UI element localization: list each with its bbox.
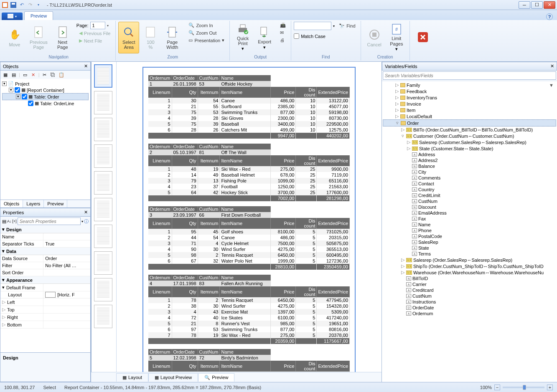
var-node[interactable]: NDiscount: [383, 204, 556, 210]
var-node[interactable]: ACountry: [383, 187, 556, 192]
tb-icon[interactable]: ▤: [2, 219, 6, 224]
var-node[interactable]: AComments: [383, 175, 556, 181]
vars-close-icon[interactable]: ✕: [550, 63, 554, 69]
cat-design[interactable]: Design: [6, 227, 22, 232]
thumbnail[interactable]: [94, 305, 112, 328]
var-node[interactable]: ATerms: [383, 251, 556, 257]
cancel-button[interactable]: Cancel: [364, 22, 385, 53]
var-node[interactable]: ACarrier: [383, 281, 556, 287]
delete-icon[interactable]: ✕: [30, 71, 37, 78]
page-width-button[interactable]: Page Width: [162, 22, 183, 53]
move-button[interactable]: ✋Move: [4, 22, 25, 53]
var-node[interactable]: NCreditLimit: [383, 192, 556, 198]
prop-row[interactable]: Name: [0, 233, 90, 240]
var-node[interactable]: AName: [383, 222, 556, 228]
zoom-slider[interactable]: [503, 387, 544, 388]
prop-row[interactable]: FilterNo Filter (All …: [0, 262, 90, 269]
var-node[interactable]: ▷1:1State (Customer.State↔State.State): [383, 145, 556, 152]
select-area-button[interactable]: Select Area: [118, 22, 139, 53]
var-node[interactable]: ACustNum: [383, 293, 556, 299]
vars-search-input[interactable]: [383, 71, 556, 80]
zoom-out-button[interactable]: 🔍Zoom Out: [186, 29, 227, 36]
find-input[interactable]: [294, 22, 331, 30]
export-button[interactable]: Export ▾: [254, 22, 275, 53]
zoom-in-button[interactable]: 🔍Zoom In: [186, 22, 227, 29]
var-node[interactable]: ▷1:1Warehouse (Order.WarehouseNum↔Wareho…: [383, 269, 556, 276]
help-icon[interactable]: ?: [546, 13, 553, 20]
prop-row[interactable]: ▷ Top: [0, 306, 90, 314]
var-node[interactable]: AAddress: [383, 152, 556, 157]
var-node[interactable]: ▷1:1ShipTo (Order.CustNum_ShipToID↔ShipT…: [383, 263, 556, 269]
fax-button[interactable]: 📠: [277, 22, 288, 29]
var-node[interactable]: AOrdernum: [383, 311, 556, 316]
email-button[interactable]: ✉: [277, 29, 288, 36]
var-node[interactable]: ACustNum: [383, 198, 556, 204]
thumbnail[interactable]: [94, 64, 112, 88]
var-node[interactable]: ACreditcard: [383, 287, 556, 293]
tree-node-project[interactable]: ▾📄Project: [2, 81, 89, 87]
prev-page-button[interactable]: Previous Page: [26, 22, 51, 53]
tab-preview[interactable]: Preview: [24, 11, 53, 20]
thumbnail[interactable]: [94, 144, 112, 168]
thumbnail[interactable]: [94, 278, 112, 301]
thumbnail[interactable]: [94, 91, 112, 114]
tb-icon[interactable]: [+]: [13, 219, 17, 223]
var-node[interactable]: AFax: [383, 216, 556, 222]
var-node[interactable]: AContact: [383, 181, 556, 187]
var-node[interactable]: ▷Invoice: [383, 101, 556, 107]
var-node[interactable]: ▷InventoryTrans: [383, 94, 556, 101]
var-node[interactable]: NBillToID: [383, 276, 556, 281]
var-node[interactable]: ▷1:1BillTo (Order.CustNum_BillToID↔BillT…: [383, 126, 556, 133]
prop-row[interactable]: Separator TicksTrue: [0, 240, 90, 248]
qat-dropdown-icon[interactable]: ▾: [35, 2, 42, 8]
objects-tab-layers[interactable]: Layers: [23, 200, 44, 207]
var-node[interactable]: ACity: [383, 169, 556, 175]
var-node[interactable]: ▷1:1Salesrep (Customer.SalesRep↔Salesrep…: [383, 139, 556, 145]
thumbnail[interactable]: [94, 251, 112, 275]
next-file-button[interactable]: ▶Next File: [76, 37, 113, 44]
tab-layout-preview[interactable]: ▦Layout Preview: [148, 373, 198, 382]
var-node[interactable]: APostalCode: [383, 233, 556, 239]
var-node[interactable]: AAddress2: [383, 157, 556, 163]
var-node[interactable]: AInstructions: [383, 299, 556, 305]
var-node[interactable]: ▷LocalDefault: [383, 113, 556, 119]
paste-icon[interactable]: 📋: [58, 71, 65, 78]
prev-file-button[interactable]: ◀Previous File: [76, 30, 113, 37]
thumbnail[interactable]: [94, 225, 112, 248]
prop-row[interactable]: ▷ Right: [0, 314, 90, 321]
undo-icon[interactable]: ↶: [18, 2, 25, 8]
var-node[interactable]: NBalance: [383, 163, 556, 169]
maximize-button[interactable]: ☐: [531, 1, 543, 9]
prop-row[interactable]: ▷ Left: [0, 298, 90, 306]
prop-row[interactable]: Layout [Horiz. F: [0, 291, 90, 298]
thumbnail[interactable]: [94, 118, 112, 141]
tb-icon[interactable]: ▭: [22, 71, 28, 78]
tree-node-table-orderline[interactable]: ▦Table: OrderLine: [2, 100, 89, 106]
var-node[interactable]: ▿Order: [383, 119, 556, 126]
save-icon[interactable]: [10, 2, 17, 8]
zoom-out-button[interactable]: −: [494, 384, 500, 390]
tree-node-container[interactable]: ▾▦[Report Container]: [2, 87, 89, 93]
tab-layout[interactable]: ▦Layout: [116, 373, 148, 382]
var-node[interactable]: AState: [383, 245, 556, 251]
find-button[interactable]: 🔭Find: [336, 23, 358, 30]
prop-row[interactable]: ▾Default Frame: [0, 284, 90, 291]
var-node[interactable]: ▷Item: [383, 107, 556, 113]
print-button[interactable]: 🖨: [277, 37, 288, 43]
close-button[interactable]: ✕: [544, 1, 555, 9]
props-search-input[interactable]: [18, 217, 81, 225]
cat-appearance[interactable]: Appearance: [6, 278, 33, 283]
page-input[interactable]: [90, 22, 105, 29]
info-icon[interactable]: ⓘ: [84, 218, 89, 225]
tree-node-table-order[interactable]: ▾▦Table: Order: [2, 93, 89, 100]
cut-icon[interactable]: ✂: [41, 71, 48, 78]
var-node[interactable]: ASalesRep: [383, 239, 556, 245]
props-close-icon[interactable]: ✕: [84, 210, 88, 215]
redo-icon[interactable]: ↷: [27, 2, 33, 8]
copy-icon[interactable]: ⿻: [50, 71, 56, 78]
objects-tab-preview[interactable]: Preview: [44, 200, 67, 207]
zoom-in-button[interactable]: +: [547, 384, 553, 390]
100pct-button[interactable]: 100 %: [140, 22, 161, 53]
objects-tab-objects[interactable]: Objects: [0, 200, 23, 207]
thumbnail[interactable]: [94, 171, 112, 195]
